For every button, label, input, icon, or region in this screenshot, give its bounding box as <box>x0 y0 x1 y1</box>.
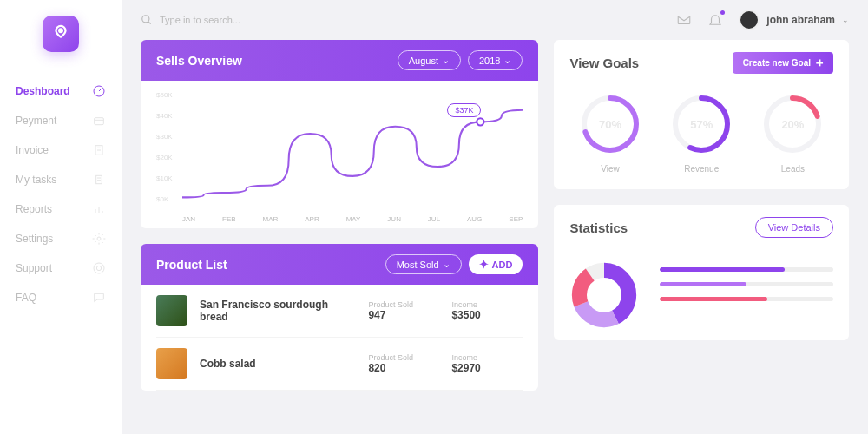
ring-value: 20% <box>761 93 824 155</box>
content: Sells Overview August⌄ 2018⌄ $50K$40K$30… <box>122 40 868 434</box>
svg-point-0 <box>59 30 62 33</box>
create-goal-button[interactable]: Create new Goal✚ <box>733 52 833 74</box>
sidebar: DeshboardPeymentInvoiceMy tasksReportsSe… <box>0 0 122 434</box>
product-name: San Francisco sourdough bread <box>200 299 356 323</box>
ring-label: Leads <box>781 164 805 174</box>
stat-bar <box>660 297 833 301</box>
view-details-button[interactable]: View Details <box>755 217 833 238</box>
sells-card: Sells Overview August⌄ 2018⌄ $50K$40K$30… <box>141 40 538 228</box>
avatar <box>739 10 760 30</box>
goal-ring-view: 70%View <box>579 93 641 174</box>
svg-rect-4 <box>96 175 102 183</box>
plus-icon: ✦ <box>479 258 489 271</box>
svg-rect-2 <box>95 118 104 125</box>
stats-header: Statistics View Details <box>554 205 849 250</box>
username: john abraham <box>766 14 835 26</box>
chevron-down-icon: ⌄ <box>443 259 450 270</box>
clipboard-icon <box>92 173 106 187</box>
product-list: San Francisco sourdough breadProduct Sol… <box>141 285 538 391</box>
products-card: Product List Most Sold⌄ ✦ADD San Francis… <box>141 244 538 391</box>
svg-point-7 <box>96 266 101 270</box>
notification-dot <box>720 10 725 15</box>
main: Type in to search... john abraham ⌄ Sell… <box>122 0 868 434</box>
goals-header: View Goals Create new Goal✚ <box>554 40 849 86</box>
chart-tooltip: $37K <box>447 103 481 117</box>
search-icon <box>141 14 153 26</box>
stats-title: Statistics <box>569 220 628 235</box>
stats-card: Statistics View Details <box>554 205 849 340</box>
user-menu[interactable]: john abraham ⌄ <box>739 10 849 30</box>
x-axis: JANFEBMARAPRMAYJUNJULAUGSEP <box>182 215 523 223</box>
nav: DeshboardPeymentInvoiceMy tasksReportsSe… <box>0 76 122 312</box>
gear-icon <box>92 232 106 246</box>
sidebar-item-faq[interactable]: FAQ <box>0 283 122 312</box>
sells-header: Sells Overview August⌄ 2018⌄ <box>141 40 538 81</box>
goal-rings: 70%View57%Revenue20%Leads <box>554 86 849 189</box>
mail-icon[interactable] <box>676 12 692 28</box>
sidebar-item-label: My tasks <box>16 174 56 186</box>
product-name: Cobb salad <box>200 358 356 370</box>
sells-chart: $50K$40K$30K$20K$10K$0K $37K JANFEBMARAP… <box>141 81 538 228</box>
ring-value: 70% <box>579 93 641 155</box>
products-header: Product List Most Sold⌄ ✦ADD <box>141 244 538 285</box>
sells-title: Sells Overview <box>156 54 242 68</box>
sold-label: Product Sold <box>368 300 439 309</box>
topbar: Type in to search... john abraham ⌄ <box>122 0 868 40</box>
chevron-down-icon: ⌄ <box>842 16 849 24</box>
chevron-down-icon: ⌄ <box>503 55 511 66</box>
svg-point-5 <box>97 237 101 240</box>
product-row[interactable]: Cobb saladProduct Sold820Income$2970 <box>156 338 523 391</box>
ring-label: Revenue <box>684 164 719 174</box>
sidebar-item-settings[interactable]: Settings <box>0 224 122 253</box>
sidebar-item-label: Deshboard <box>16 85 70 97</box>
svg-point-8 <box>142 16 149 23</box>
income-label: Income <box>451 353 523 362</box>
goals-title: View Goals <box>569 56 639 70</box>
svg-rect-10 <box>679 16 691 24</box>
svg-point-6 <box>94 263 104 273</box>
stats-body <box>554 250 849 340</box>
sidebar-item-deshboard[interactable]: Deshboard <box>0 76 122 106</box>
ring-label: View <box>601 164 620 174</box>
chevron-down-icon: ⌄ <box>442 55 450 66</box>
product-row[interactable]: San Francisco sourdough breadProduct Sol… <box>156 285 523 338</box>
receipt-icon <box>92 143 106 157</box>
bell-icon[interactable] <box>707 12 723 28</box>
goal-ring-leads: 20%Leads <box>761 93 824 174</box>
plus-icon: ✚ <box>816 58 823 68</box>
income-label: Income <box>451 300 523 309</box>
product-image <box>156 348 187 379</box>
app-logo <box>43 16 79 52</box>
income-value: $3500 <box>451 309 523 321</box>
sidebar-item-label: Invoice <box>16 144 49 156</box>
goal-ring-revenue: 57%Revenue <box>670 93 733 174</box>
stat-bars <box>660 260 833 330</box>
svg-line-9 <box>148 22 151 24</box>
sold-label: Product Sold <box>368 353 439 362</box>
sort-selector[interactable]: Most Sold⌄ <box>385 254 462 274</box>
sold-value: 947 <box>368 309 439 321</box>
sold-value: 820 <box>368 362 439 374</box>
sidebar-item-my-tasks[interactable]: My tasks <box>0 165 122 194</box>
year-selector[interactable]: 2018⌄ <box>468 50 523 70</box>
sidebar-item-label: Peyment <box>16 115 56 127</box>
sidebar-item-invoice[interactable]: Invoice <box>0 135 122 165</box>
sidebar-item-peyment[interactable]: Peyment <box>0 106 122 135</box>
product-image <box>156 295 187 326</box>
sidebar-item-support[interactable]: Support <box>0 253 122 283</box>
ring-value: 57% <box>670 93 733 155</box>
sidebar-item-reports[interactable]: Reports <box>0 194 122 224</box>
month-selector[interactable]: August⌄ <box>398 50 461 70</box>
products-title: Product List <box>156 258 227 272</box>
stat-bar <box>660 282 833 286</box>
search-placeholder: Type in to search... <box>160 15 240 25</box>
search-box[interactable]: Type in to search... <box>141 14 240 26</box>
sidebar-item-label: Reports <box>16 203 52 215</box>
sidebar-item-label: Settings <box>16 233 53 245</box>
gauge-icon <box>92 84 106 98</box>
add-button[interactable]: ✦ADD <box>469 254 523 274</box>
chat-icon <box>92 291 106 305</box>
barchart-icon <box>92 202 106 216</box>
goals-card: View Goals Create new Goal✚ 70%View57%Re… <box>554 40 849 189</box>
sidebar-item-label: Support <box>16 262 52 274</box>
